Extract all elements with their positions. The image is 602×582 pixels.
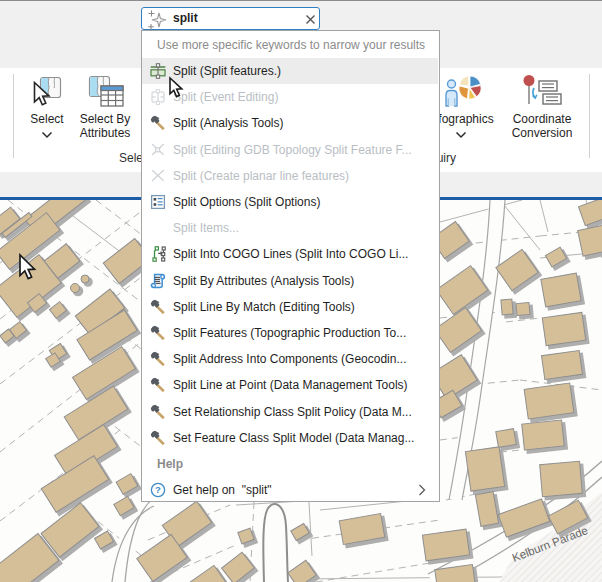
svg-text:?: ? bbox=[155, 485, 161, 496]
